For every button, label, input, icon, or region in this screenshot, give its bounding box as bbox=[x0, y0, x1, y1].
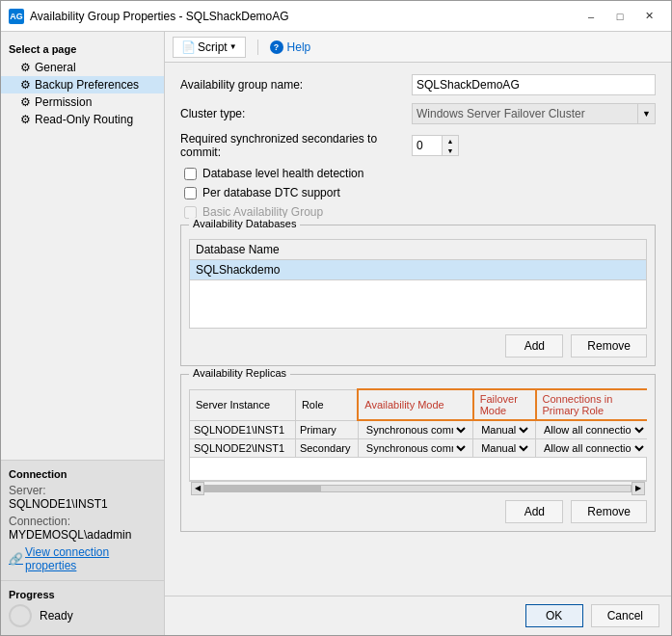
progress-status: Ready bbox=[40, 609, 73, 623]
server-label-text: Server: bbox=[9, 484, 156, 497]
databases-table-container: Database Name SQLShackdemo bbox=[189, 239, 647, 329]
replicas-empty-area bbox=[189, 458, 647, 481]
replica1-avail-mode: Synchronous commit Asynchronous commit bbox=[358, 420, 472, 439]
horizontal-scrollbar[interactable]: ◀ ▶ bbox=[189, 481, 647, 494]
readonly-icon: ⚙ bbox=[20, 113, 31, 126]
sidebar-item-readonly[interactable]: ⚙ Read-Only Routing bbox=[1, 111, 164, 128]
checkbox-dtc-row: Per database DTC support bbox=[180, 186, 656, 199]
replica2-server: SQLNODE2\INST1 bbox=[190, 439, 296, 458]
health-checkbox[interactable] bbox=[184, 168, 197, 180]
progress-spinner bbox=[9, 604, 32, 627]
scroll-right-button[interactable]: ▶ bbox=[632, 482, 645, 495]
help-button[interactable]: ? Help bbox=[270, 40, 311, 54]
table-row[interactable]: SQLShackdemo bbox=[190, 260, 647, 280]
title-bar: AG Availability Group Properties - SQLSh… bbox=[1, 1, 671, 32]
replicas-section: Availability Replicas Server Instance Ro… bbox=[180, 374, 656, 532]
maximize-button[interactable]: □ bbox=[605, 7, 634, 26]
window-controls: – □ ✕ bbox=[577, 7, 663, 26]
ag-name-label: Availability group name: bbox=[180, 78, 412, 92]
sync-down-arrow[interactable]: ▼ bbox=[443, 146, 458, 155]
replicas-table-container: Server Instance Role Availability Mode F… bbox=[189, 388, 647, 481]
server-value: SQLNODE1\INST1 bbox=[9, 497, 156, 511]
right-panel: 📄 Script ▼ ? Help Availability group nam… bbox=[165, 32, 671, 635]
sync-label: Required synchronized secondaries to com… bbox=[180, 132, 412, 159]
sync-spinner-buttons: ▲ ▼ bbox=[443, 135, 459, 156]
replicas-table: Server Instance Role Availability Mode F… bbox=[189, 388, 647, 458]
basic-checkbox bbox=[184, 206, 197, 219]
main-content: Select a page ⚙ General ⚙ Backup Prefere… bbox=[1, 32, 671, 635]
scroll-left-button[interactable]: ◀ bbox=[191, 482, 204, 495]
replica2-connections: Allow all connections Allow only read/wr… bbox=[536, 439, 647, 458]
add-replica-button[interactable]: Add bbox=[505, 500, 563, 523]
replica2-failover-select[interactable]: Manual Automatic bbox=[477, 441, 531, 455]
replica1-failover-select[interactable]: Manual Automatic bbox=[477, 423, 531, 437]
ag-name-input[interactable] bbox=[412, 74, 656, 95]
col-role: Role bbox=[295, 389, 358, 420]
general-icon: ⚙ bbox=[20, 61, 31, 74]
sync-input[interactable] bbox=[412, 135, 443, 156]
db-col-name: Database Name bbox=[190, 240, 647, 260]
scroll-thumb[interactable] bbox=[205, 486, 321, 491]
cluster-type-input bbox=[412, 103, 638, 124]
form-area: Availability group name: Cluster type: ▼… bbox=[165, 63, 671, 596]
view-connection-link[interactable]: 🔗 View connection properties bbox=[9, 545, 156, 572]
replica2-role: Secondary bbox=[295, 439, 358, 458]
sync-spinner: ▲ ▼ bbox=[412, 135, 459, 156]
toolbar: 📄 Script ▼ ? Help bbox=[165, 32, 671, 63]
col-server-instance: Server Instance bbox=[190, 389, 296, 420]
cluster-dropdown-icon: ▼ bbox=[638, 103, 656, 124]
sync-row: Required synchronized secondaries to com… bbox=[180, 132, 656, 159]
toolbar-separator bbox=[257, 40, 258, 55]
databases-section-title: Availability Databases bbox=[189, 218, 300, 229]
progress-section: Progress Ready bbox=[1, 580, 164, 635]
dtc-checkbox[interactable] bbox=[184, 187, 197, 199]
script-button[interactable]: 📄 Script ▼ bbox=[173, 37, 246, 58]
db-empty-area bbox=[189, 280, 647, 329]
select-page-title: Select a page bbox=[1, 40, 164, 59]
basic-label: Basic Availability Group bbox=[202, 205, 323, 219]
minimize-button[interactable]: – bbox=[577, 7, 605, 26]
connection-section: Connection Server: SQLNODE1\INST1 Connec… bbox=[1, 460, 164, 580]
add-db-button[interactable]: Add bbox=[505, 334, 563, 358]
close-button[interactable]: ✕ bbox=[634, 7, 663, 26]
table-row: SQLNODE1\INST1 Primary Synchronous commi… bbox=[190, 420, 648, 439]
page-select-section: Select a page ⚙ General ⚙ Backup Prefere… bbox=[1, 32, 164, 136]
main-window: AG Availability Group Properties - SQLSh… bbox=[0, 0, 672, 636]
remove-replica-button[interactable]: Remove bbox=[571, 500, 647, 523]
col-failover-mode: Failover Mode bbox=[473, 389, 536, 420]
sidebar-item-label-general: General bbox=[35, 61, 76, 74]
script-dropdown-icon: ▼ bbox=[229, 42, 237, 51]
progress-title: Progress bbox=[9, 589, 156, 600]
sync-up-arrow[interactable]: ▲ bbox=[443, 136, 458, 146]
cluster-type-label: Cluster type: bbox=[180, 107, 412, 120]
databases-table: Database Name SQLShackdemo bbox=[189, 239, 647, 280]
sidebar: Select a page ⚙ General ⚙ Backup Prefere… bbox=[1, 32, 165, 635]
replica2-connections-select[interactable]: Allow all connections Allow only read/wr… bbox=[540, 441, 646, 455]
db-btn-row: Add Remove bbox=[189, 334, 647, 358]
progress-row: Ready bbox=[9, 604, 156, 627]
cancel-button[interactable]: Cancel bbox=[591, 604, 659, 627]
databases-section: Availability Databases Database Name SQL… bbox=[180, 225, 656, 366]
col-availability-mode: Availability Mode bbox=[358, 389, 472, 420]
permission-icon: ⚙ bbox=[20, 95, 31, 109]
sidebar-item-general[interactable]: ⚙ General bbox=[1, 59, 164, 76]
replica1-connections-select[interactable]: Allow all connections Allow only read/wr… bbox=[540, 423, 646, 437]
replica1-role: Primary bbox=[295, 420, 358, 439]
remove-db-button[interactable]: Remove bbox=[571, 334, 647, 358]
replica1-connections: Allow all connections Allow only read/wr… bbox=[536, 420, 647, 439]
sidebar-item-permission[interactable]: ⚙ Permission bbox=[1, 93, 164, 111]
scroll-track bbox=[204, 485, 632, 492]
connection-value: MYDEMOSQL\adadmin bbox=[9, 528, 156, 542]
checkbox-basic-row: Basic Availability Group bbox=[180, 205, 656, 219]
replica2-failover: Manual Automatic bbox=[473, 439, 536, 458]
replica1-avail-mode-select[interactable]: Synchronous commit Asynchronous commit bbox=[363, 423, 469, 437]
replica2-avail-mode: Synchronous commit Asynchronous commit bbox=[358, 439, 472, 458]
replica2-avail-mode-select[interactable]: Synchronous commit Asynchronous commit bbox=[363, 441, 469, 455]
replicas-btn-row: Add Remove bbox=[189, 500, 647, 523]
sidebar-item-backup[interactable]: ⚙ Backup Preferences bbox=[1, 76, 164, 93]
connection-title: Connection bbox=[9, 468, 156, 480]
ag-name-row: Availability group name: bbox=[180, 74, 656, 95]
help-icon: ? bbox=[270, 40, 283, 54]
bottom-buttons: OK Cancel bbox=[165, 596, 671, 635]
ok-button[interactable]: OK bbox=[525, 604, 583, 627]
